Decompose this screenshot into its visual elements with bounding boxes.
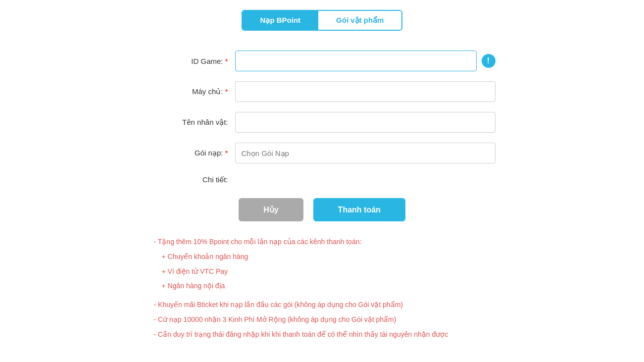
promo-section: - Tặng thêm 10% Bpoint cho mỗi lần nạp c… <box>149 236 495 344</box>
button-row: Hủy Thanh toán <box>149 198 495 221</box>
tab-bar: Nạp BPoint Gói vật phẩm <box>242 10 403 31</box>
ten-nhan-vat-input[interactable] <box>235 112 495 133</box>
promo-line1-sub1: + Chuyển khoản ngân hàng <box>154 251 495 263</box>
tab-goi-vat-pham[interactable]: Gói vật phẩm <box>318 11 401 30</box>
id-game-row: ID Game: * ! <box>149 51 495 71</box>
info-icon[interactable]: ! <box>482 54 495 68</box>
promo-line1-sub3: + Ngân hàng nội địa <box>154 280 495 292</box>
thanh-toan-button[interactable]: Thanh toán <box>313 198 405 221</box>
ten-nhan-vat-label: Tên nhân vật: <box>149 118 228 127</box>
tab-nap-bpoint[interactable]: Nạp BPoint <box>243 11 319 30</box>
goi-nap-row: Gói nạp: * <box>149 143 495 163</box>
ten-nhan-vat-input-wrapper <box>235 112 495 133</box>
goi-nap-input-wrapper <box>235 143 495 163</box>
page-wrapper: Nạp BPoint Gói vật phẩm ID Game: * ! Máy… <box>0 0 644 362</box>
id-game-required: * <box>223 57 228 65</box>
may-chu-input[interactable] <box>235 81 495 102</box>
goi-nap-label: Gói nạp: * <box>149 149 228 157</box>
may-chu-required: * <box>223 87 228 96</box>
id-game-label: ID Game: * <box>149 57 228 65</box>
chi-tiet-content <box>235 173 495 188</box>
may-chu-input-wrapper <box>235 81 495 102</box>
promo-line2: - Khuyến mãi Bticket khi nạp lần đầu các… <box>154 299 495 311</box>
huy-button[interactable]: Hủy <box>239 198 303 221</box>
ten-nhan-vat-row: Tên nhân vật: <box>149 112 495 133</box>
may-chu-label: Máy chủ: * <box>149 87 228 96</box>
chi-tiet-row: Chi tiết: <box>149 173 495 188</box>
id-game-input-wrapper: ! <box>235 51 495 71</box>
form-container: ID Game: * ! Máy chủ: * Tên nhân vật: <box>149 51 495 236</box>
goi-nap-input[interactable] <box>235 143 495 163</box>
chi-tiet-label: Chi tiết: <box>149 173 228 184</box>
promo-line1-sub2: + Ví điện tử VTC Pay <box>154 266 495 278</box>
promo-line4: - Cần duy trì trạng thái đăng nhập khi k… <box>154 329 495 341</box>
id-game-input[interactable] <box>235 51 477 71</box>
may-chu-row: Máy chủ: * <box>149 81 495 102</box>
goi-nap-required: * <box>223 149 228 157</box>
promo-line3: - Cứ nạp 10000 nhận 3 Kinh Phí Mở Rộng (… <box>154 314 495 326</box>
promo-line1: - Tặng thêm 10% Bpoint cho mỗi lần nạp c… <box>154 236 495 248</box>
